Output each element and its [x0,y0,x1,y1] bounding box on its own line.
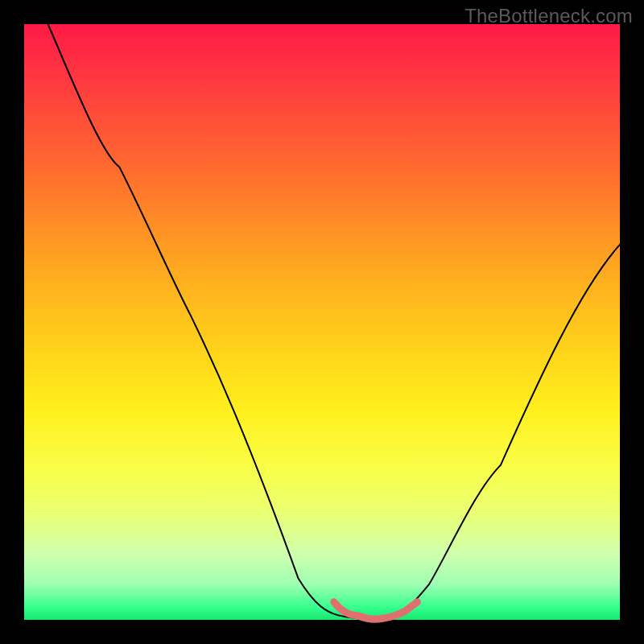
deviation-curve [48,24,620,619]
chart-svg [24,24,620,620]
optimal-range-highlight [334,602,418,619]
watermark-label: TheBottleneck.com [464,5,633,27]
plot-area [24,24,620,620]
chart-frame: TheBottleneck.com [0,0,644,644]
